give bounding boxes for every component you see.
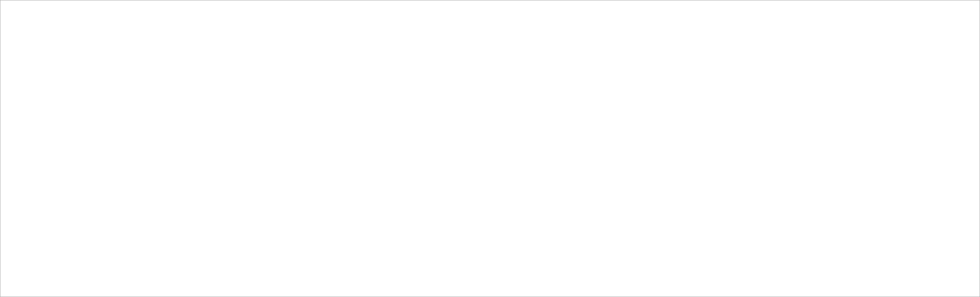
finder-window [0, 0, 980, 297]
